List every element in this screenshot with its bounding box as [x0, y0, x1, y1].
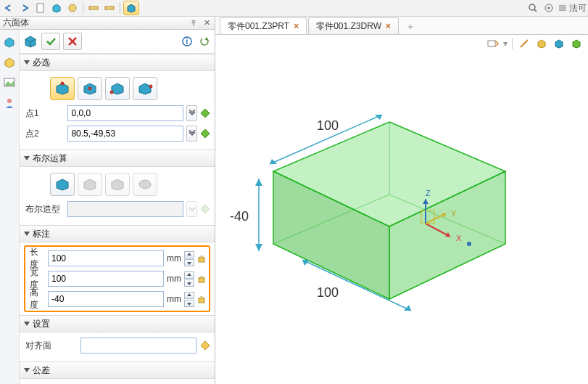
search-icon[interactable] [526, 1, 540, 15]
height-spinner[interactable] [184, 292, 194, 307]
axis-x-label: X [456, 234, 461, 242]
bool-int-button[interactable] [133, 173, 157, 196]
mode-block-button[interactable] [50, 77, 75, 100]
rail-assembly-icon[interactable] [1, 34, 17, 50]
tab-drawing-label: 零件001.Z3DRW [316, 20, 381, 33]
bool-sub-button[interactable] [105, 173, 130, 196]
section-required-title: 必选 [33, 57, 50, 69]
section-tolerance-body: 公差 mm [20, 379, 215, 384]
pt2-row: 点2 [24, 125, 210, 142]
pt1-row: 点1 [24, 105, 210, 122]
tab-part-label: 零件001.Z3PRT [228, 20, 289, 33]
align-pick-icon[interactable] [199, 340, 210, 351]
bool-shape-pick-icon [200, 203, 210, 215]
mode-block4-button[interactable] [133, 77, 157, 100]
pt1-input[interactable] [67, 105, 183, 121]
width-input[interactable] [48, 271, 164, 287]
pt2-pick-icon[interactable] [200, 128, 210, 139]
height-row: 高度 mm [28, 290, 206, 308]
height-label: 高度 [28, 287, 45, 311]
ok-button[interactable] [41, 33, 60, 50]
pt1-pick-icon[interactable] [200, 107, 210, 119]
tab-part[interactable]: 零件001.Z3PRT × [220, 17, 307, 34]
redo-icon[interactable] [17, 1, 32, 15]
cancel-button[interactable] [63, 33, 82, 50]
svg-marker-41 [201, 205, 210, 213]
active-tool-highlight-icon[interactable] [123, 1, 139, 15]
width-unit: mm [167, 274, 181, 284]
section-tolerance-header[interactable]: 公差 [20, 361, 215, 379]
svg-point-40 [139, 180, 151, 189]
align-input[interactable] [80, 338, 196, 354]
section-required-header[interactable]: 必选 [20, 54, 215, 71]
tab-part-close-icon[interactable]: × [294, 21, 299, 31]
svg-marker-31 [112, 83, 123, 94]
section-boolean-header[interactable]: 布尔运算 [20, 150, 215, 167]
length-input[interactable] [48, 250, 164, 266]
rail-open-box-icon[interactable] [1, 54, 17, 70]
section-annot-header[interactable]: 标注 [20, 225, 215, 242]
width-lock-icon[interactable] [197, 273, 206, 285]
pt2-input[interactable] [67, 126, 183, 142]
svg-point-9 [548, 7, 550, 9]
tab-drawing[interactable]: 零件001.Z3DRW × [308, 17, 399, 34]
close-panel-icon[interactable]: ✕ [202, 18, 212, 28]
target-icon[interactable] [542, 1, 556, 15]
bool-shape-row: 布尔造型 [24, 200, 210, 218]
length-spinner[interactable] [184, 251, 194, 266]
viewport-3d[interactable]: 100 100 -40 Z Y X [215, 35, 588, 384]
length-lock-icon[interactable] [197, 253, 206, 264]
width-spinner[interactable] [184, 271, 194, 287]
rail-person-icon[interactable] [1, 95, 17, 111]
viewport-area: 零件001.Z3PRT × 零件001.Z3DRW × ＋ ▾ [215, 17, 588, 384]
cube-cyan-icon[interactable] [49, 1, 64, 15]
height-lock-icon[interactable] [197, 293, 206, 305]
section-boolean-body: 布尔造型 [20, 167, 215, 225]
document-tabs: 零件001.Z3PRT × 零件001.Z3DRW × ＋ [215, 17, 588, 35]
mode-block2-button[interactable] [78, 77, 102, 100]
pt1-dropdown-button[interactable] [186, 105, 197, 121]
info-icon[interactable]: i [180, 35, 194, 48]
reset-icon[interactable] [197, 35, 212, 48]
palette-icon[interactable] [65, 1, 80, 15]
svg-marker-38 [84, 179, 96, 190]
align-label: 对齐面 [24, 340, 78, 352]
rail-image-icon[interactable] [1, 75, 17, 91]
svg-marker-33 [139, 83, 151, 94]
svg-rect-44 [199, 298, 204, 303]
section-annot-title: 标注 [33, 228, 50, 240]
tab-drawing-close-icon[interactable]: × [386, 21, 391, 31]
svg-point-19 [7, 99, 12, 103]
length-row: 长度 mm [28, 250, 206, 267]
top-right-label-text: 法可 [569, 2, 587, 15]
mode-block3-button[interactable] [105, 77, 130, 100]
svg-marker-64 [255, 179, 262, 186]
height-input[interactable] [48, 291, 164, 307]
bool-add-button[interactable] [78, 173, 102, 196]
ruler-icon[interactable] [86, 1, 101, 15]
axis-y-label: Y [451, 209, 456, 218]
svg-text:i: i [186, 38, 189, 46]
bool-base-button[interactable] [50, 173, 75, 196]
svg-marker-15 [5, 38, 14, 47]
section-settings-title: 设置 [33, 318, 50, 330]
pin-icon[interactable] [189, 18, 199, 28]
svg-marker-39 [112, 179, 123, 190]
svg-line-7 [534, 9, 537, 12]
left-panel: 六面体 ✕ i [0, 17, 215, 384]
ruler2-icon[interactable] [102, 1, 117, 15]
tab-add-button[interactable]: ＋ [403, 20, 418, 34]
doc-icon[interactable] [33, 1, 48, 15]
svg-point-2 [69, 4, 76, 12]
undo-icon[interactable] [1, 1, 16, 15]
bool-shape-label: 布尔造型 [24, 203, 65, 216]
dim-label-height: -40 [230, 209, 249, 224]
left-rail [0, 30, 20, 384]
collapse-icon [24, 156, 30, 160]
width-row: 宽度 mm [28, 270, 206, 287]
svg-marker-36 [201, 129, 210, 138]
section-settings-header[interactable]: 设置 [20, 315, 215, 332]
pt2-dropdown-button[interactable] [186, 126, 197, 142]
svg-rect-3 [89, 7, 98, 9]
bool-shape-dropdown-button [186, 201, 197, 217]
